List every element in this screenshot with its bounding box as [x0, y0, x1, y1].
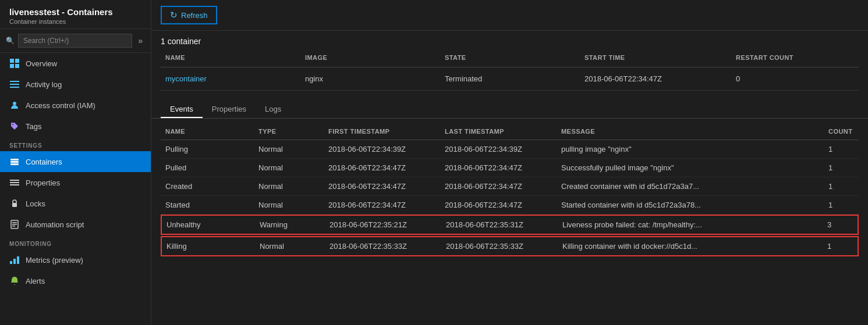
sidebar-item-properties[interactable]: Properties: [0, 172, 151, 193]
user-lock-icon: [9, 100, 20, 110]
event-last-ts: 2018-06-06T22:34:47Z: [440, 177, 557, 195]
sidebar-item-label: Tags: [26, 122, 41, 131]
event-type: Warning: [255, 216, 325, 234]
svg-rect-4: [10, 81, 19, 82]
collapse-sidebar-button[interactable]: »: [136, 36, 145, 45]
sidebar-item-metrics[interactable]: Metrics (preview): [0, 249, 151, 270]
sidebar-item-automation-script[interactable]: Automation script: [0, 214, 151, 235]
col-header-start-time: START TIME: [580, 52, 731, 63]
refresh-button[interactable]: ↻ Refresh: [161, 6, 217, 24]
table-row[interactable]: Created Normal 2018-06-06T22:34:47Z 2018…: [161, 177, 859, 196]
svg-rect-0: [10, 59, 14, 63]
col-header-state: STATE: [440, 52, 580, 63]
sidebar-item-label: Alerts: [26, 277, 45, 285]
svg-rect-14: [12, 203, 17, 207]
tab-events[interactable]: Events: [161, 101, 203, 118]
events-col-last-ts: LAST TIMESTAMP: [440, 126, 557, 137]
sidebar-item-containers[interactable]: Containers: [0, 151, 151, 172]
bars-icon: [9, 177, 20, 188]
sidebar-header: livenesstest - Containers Container inst…: [0, 0, 151, 29]
table-row[interactable]: mycontainer nginx Terminated 2018-06-06T…: [161, 67, 859, 91]
event-type: Normal: [254, 140, 324, 158]
event-name: Started: [161, 196, 254, 214]
sidebar-item-label: Properties: [26, 178, 60, 187]
event-first-ts: 2018-06-06T22:34:47Z: [324, 196, 440, 214]
svg-rect-9: [10, 161, 19, 163]
svg-rect-11: [10, 180, 19, 181]
container-restart-count: 0: [731, 71, 801, 87]
svg-rect-2: [10, 64, 14, 68]
events-col-type: TYPE: [254, 126, 324, 137]
svg-rect-19: [10, 261, 12, 264]
sidebar-item-access-control[interactable]: Access control (IAM): [0, 95, 151, 116]
event-name: Pulled: [161, 159, 254, 177]
svg-rect-18: [12, 226, 15, 227]
container-state: Terminated: [440, 71, 580, 87]
event-first-ts: 2018-06-06T22:34:47Z: [324, 159, 440, 177]
svg-rect-20: [13, 259, 16, 264]
table-row[interactable]: Pulling Normal 2018-06-06T22:34:39Z 2018…: [161, 140, 859, 159]
event-last-ts: 2018-06-06T22:35:33Z: [441, 237, 558, 255]
sidebar-item-alerts[interactable]: Alerts: [0, 270, 151, 291]
events-table: NAME TYPE FIRST TIMESTAMP LAST TIMESTAMP…: [151, 123, 868, 256]
table-row[interactable]: Unhealthy Warning 2018-06-06T22:35:21Z 2…: [161, 215, 859, 235]
sidebar-item-tags[interactable]: Tags: [0, 116, 151, 137]
grid-icon: [9, 58, 20, 69]
event-first-ts: 2018-06-06T22:34:39Z: [324, 140, 440, 158]
table-row[interactable]: Pulled Normal 2018-06-06T22:34:47Z 2018-…: [161, 159, 859, 177]
event-count: 1: [824, 177, 859, 195]
tabs-bar: Events Properties Logs: [151, 94, 868, 119]
container-name: mycontainer: [161, 71, 300, 87]
svg-rect-6: [10, 87, 19, 88]
svg-rect-12: [10, 182, 19, 183]
event-message: Created container with id d5c1d72a3a7...: [557, 177, 824, 195]
sidebar-item-overview[interactable]: Overview: [0, 53, 151, 74]
table-row[interactable]: Killing Normal 2018-06-06T22:35:33Z 2018…: [161, 236, 859, 256]
events-col-name: NAME: [161, 126, 254, 137]
tab-properties[interactable]: Properties: [203, 101, 256, 118]
svg-point-7: [13, 102, 16, 105]
event-type: Normal: [254, 177, 324, 195]
event-first-ts: 2018-06-06T22:35:33Z: [325, 237, 441, 255]
svg-rect-16: [12, 222, 17, 223]
sidebar-subtitle: Container instances: [9, 18, 141, 25]
event-message: Liveness probe failed: cat: /tmp/healthy…: [558, 216, 823, 234]
sidebar-item-label: Activity log: [26, 80, 62, 89]
sidebar: livenesstest - Containers Container inst…: [0, 0, 151, 325]
search-input[interactable]: [18, 34, 132, 48]
event-count: 3: [823, 216, 858, 234]
container-image: nginx: [300, 71, 440, 87]
svg-rect-21: [17, 256, 19, 264]
events-col-count: COUNT: [824, 126, 859, 137]
toolbar: ↻ Refresh: [151, 0, 868, 31]
tab-logs[interactable]: Logs: [256, 101, 290, 118]
event-message: Successfully pulled image "nginx": [557, 159, 824, 177]
search-icon: 🔍: [6, 37, 15, 45]
sidebar-item-locks[interactable]: Locks: [0, 193, 151, 214]
container-start-time: 2018-06-06T22:34:47Z: [580, 71, 731, 87]
sidebar-item-label: Overview: [26, 59, 57, 68]
events-table-header: NAME TYPE FIRST TIMESTAMP LAST TIMESTAMP…: [161, 123, 859, 140]
table-row[interactable]: Started Normal 2018-06-06T22:34:47Z 2018…: [161, 196, 859, 215]
monitoring-section-label: MONITORING: [0, 235, 151, 249]
refresh-icon: ↻: [170, 10, 178, 20]
event-count: 1: [824, 159, 859, 177]
events-col-first-ts: FIRST TIMESTAMP: [324, 126, 440, 137]
svg-rect-3: [15, 64, 19, 68]
containers-table: NAME IMAGE STATE START TIME RESTART COUN…: [151, 48, 868, 91]
sidebar-item-activity-log[interactable]: Activity log: [0, 74, 151, 95]
event-name: Unhealthy: [162, 216, 255, 234]
bell-icon: [9, 276, 20, 286]
event-last-ts: 2018-06-06T22:34:39Z: [440, 140, 557, 158]
script-icon: [9, 219, 20, 230]
col-header-name: NAME: [161, 52, 300, 63]
refresh-label: Refresh: [181, 11, 208, 20]
svg-rect-5: [10, 84, 19, 85]
svg-rect-1: [15, 59, 19, 63]
event-name: Killing: [162, 237, 255, 255]
sidebar-item-label: Metrics (preview): [26, 256, 83, 265]
event-count: 1: [824, 196, 859, 214]
svg-rect-8: [10, 159, 19, 160]
sidebar-search-bar: 🔍 »: [0, 29, 151, 53]
sidebar-item-label: Containers: [26, 158, 62, 166]
